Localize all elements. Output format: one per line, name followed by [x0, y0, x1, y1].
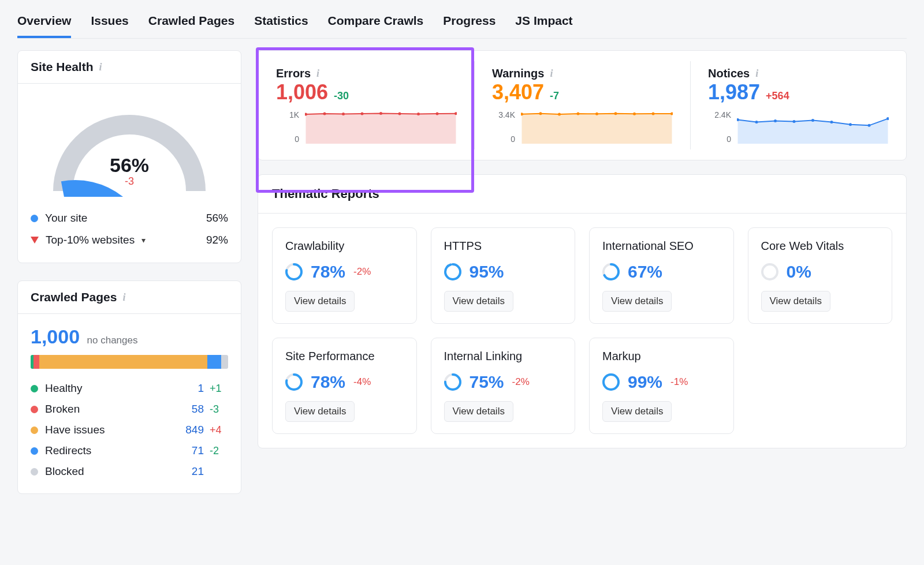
info-icon[interactable]: i	[316, 68, 319, 80]
tab-js-impact[interactable]: JS Impact	[515, 6, 572, 38]
svg-point-7	[417, 113, 420, 115]
svg-point-41	[603, 375, 619, 390]
site-health-delta: -3	[37, 175, 222, 188]
segment-blocked	[221, 355, 228, 369]
thematic-title: Site Performance	[285, 350, 404, 363]
ring-icon	[602, 263, 620, 280]
ring-icon	[444, 263, 461, 280]
legend-label: Your site	[45, 212, 87, 224]
ring-icon	[444, 373, 461, 391]
svg-point-4	[361, 113, 364, 115]
thematic-pct: 78%	[311, 262, 345, 282]
tab-overview[interactable]: Overview	[17, 6, 71, 38]
crawled-row-broken[interactable]: Broken58-3	[31, 399, 228, 420]
crawled-row-healthy[interactable]: Healthy1+1	[31, 378, 228, 399]
site-health-title: Site Health	[31, 60, 94, 74]
thematic-title: Thematic Reports	[258, 175, 906, 214]
thematic-title: Markup	[602, 350, 721, 363]
view-details-button[interactable]: View details	[444, 401, 513, 422]
site-health-pct: 56%	[37, 154, 222, 177]
view-details-button[interactable]: View details	[602, 401, 672, 422]
axis-top: 3.4K	[492, 110, 515, 119]
view-details-button[interactable]: View details	[285, 291, 355, 312]
stat-value: 1,987	[708, 80, 760, 104]
svg-point-3	[342, 113, 345, 115]
info-icon[interactable]: i	[99, 61, 102, 73]
svg-point-34	[762, 264, 777, 279]
thematic-markup: Markup 99%-1%View details	[589, 338, 734, 434]
thematic-perf: Site Performance 78%-4%View details	[272, 338, 417, 434]
crawled-row-blocked[interactable]: Blocked21	[31, 461, 228, 482]
stat-title: Notices	[708, 67, 750, 80]
svg-point-24	[830, 121, 833, 124]
dot-icon	[31, 447, 38, 455]
svg-point-23	[811, 119, 814, 122]
dot-icon	[31, 426, 38, 434]
stats-row: Errorsi1,006-30 1K0 Warningsi3,407-7 3.4…	[258, 50, 907, 160]
dot-icon	[31, 215, 38, 222]
thematic-delta: -2%	[353, 266, 371, 278]
stat-notices[interactable]: Noticesi1,987+564 2.4K0	[690, 61, 906, 149]
crawled-title: Crawled Pages	[31, 290, 117, 304]
svg-point-31	[445, 264, 460, 279]
view-details-button[interactable]: View details	[285, 401, 355, 422]
axis-bot: 0	[708, 134, 731, 144]
crawled-label: Healthy	[45, 382, 82, 395]
stat-warnings[interactable]: Warningsi3,407-7 3.4K0	[474, 61, 690, 149]
dot-icon	[31, 468, 38, 476]
crawled-total[interactable]: 1,000	[31, 325, 80, 347]
legend-your-site: Your site 56%	[31, 207, 228, 229]
thematic-pct: 99%	[628, 372, 662, 392]
svg-point-20	[755, 121, 758, 124]
svg-point-13	[577, 113, 580, 115]
legend-top10[interactable]: Top-10% websites▾ 92%	[31, 229, 228, 251]
legend-value: 56%	[206, 212, 228, 224]
crawled-pages-card: Crawled Pages i 1,000 no changes Healthy…	[17, 280, 241, 494]
sparkline	[737, 110, 889, 144]
tab-crawled-pages[interactable]: Crawled Pages	[148, 6, 234, 38]
ring-icon	[602, 373, 620, 391]
crawled-row-issues[interactable]: Have issues849+4	[31, 420, 228, 440]
thematic-reports-card: Thematic Reports Crawlability 78%-2%View…	[258, 174, 907, 448]
stat-value: 1,006	[276, 80, 328, 104]
info-icon[interactable]: i	[122, 291, 125, 304]
stat-delta: -30	[334, 90, 349, 102]
crawled-row-redirects[interactable]: Redirects71-2	[31, 440, 228, 461]
info-icon[interactable]: i	[755, 68, 758, 80]
svg-point-2	[323, 113, 326, 115]
thematic-delta: -1%	[670, 376, 688, 388]
crawled-stacked-bar	[31, 355, 228, 369]
tab-progress[interactable]: Progress	[443, 6, 495, 38]
tab-issues[interactable]: Issues	[91, 6, 128, 38]
svg-point-8	[436, 113, 439, 115]
info-icon[interactable]: i	[550, 68, 553, 80]
thematic-cwv: Core Web Vitals 0%View details	[748, 227, 893, 324]
stat-errors[interactable]: Errorsi1,006-30 1K0	[258, 61, 474, 149]
crawled-value: 849	[169, 424, 204, 436]
svg-point-14	[595, 113, 598, 115]
sparkline	[521, 110, 673, 144]
svg-point-22	[793, 120, 796, 123]
thematic-title: Core Web Vitals	[761, 240, 880, 253]
svg-point-15	[614, 112, 617, 115]
svg-point-21	[774, 119, 777, 122]
thematic-pct: 67%	[628, 262, 662, 282]
thematic-delta: -4%	[353, 376, 371, 388]
svg-point-6	[398, 113, 401, 115]
view-details-button[interactable]: View details	[444, 291, 513, 312]
crawled-label: Blocked	[45, 465, 84, 478]
view-details-button[interactable]: View details	[761, 291, 830, 312]
tab-statistics[interactable]: Statistics	[254, 6, 308, 38]
view-details-button[interactable]: View details	[602, 291, 672, 312]
axis-bot: 0	[276, 134, 299, 144]
stat-title: Errors	[276, 67, 311, 80]
stat-title: Warnings	[492, 67, 544, 80]
axis-bot: 0	[492, 134, 515, 144]
tab-compare-crawls[interactable]: Compare Crawls	[328, 6, 424, 38]
thematic-title: Crawlability	[285, 240, 404, 253]
svg-point-12	[558, 113, 561, 115]
segment-broken	[33, 355, 39, 369]
svg-point-17	[652, 113, 655, 115]
ring-icon	[285, 263, 303, 280]
crawled-delta: +4	[204, 424, 228, 436]
